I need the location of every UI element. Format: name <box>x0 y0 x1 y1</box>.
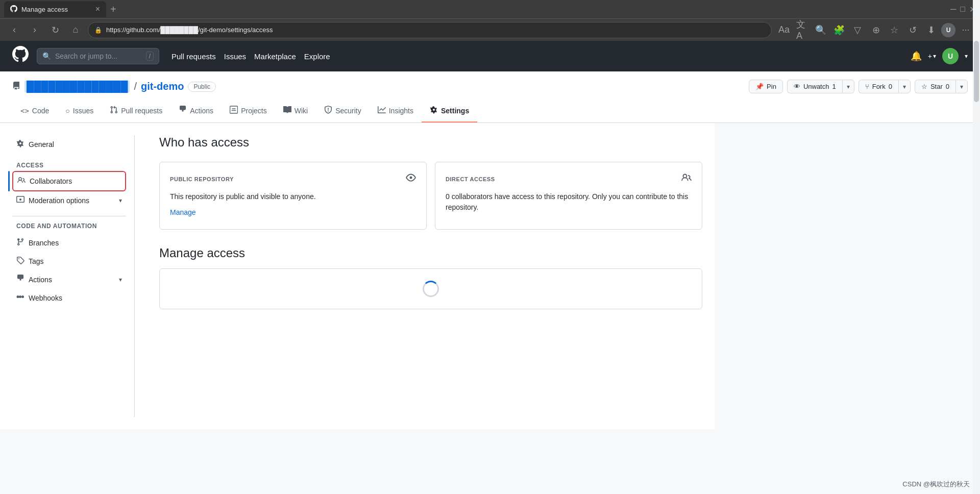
download-button[interactable]: ⬇ <box>923 22 939 38</box>
webhooks-icon <box>16 293 24 303</box>
address-bar[interactable]: 🔒 https://github.com/████████/git-demo/s… <box>88 22 772 38</box>
collaborators-icon <box>17 176 26 186</box>
public-repo-card: PUBLIC REPOSITORY This repository is pub… <box>159 162 427 230</box>
unwatch-main-button[interactable]: 👁 Unwatch 1 <box>787 80 842 93</box>
unwatch-caret-button[interactable]: ▾ <box>842 80 854 93</box>
browser-window: Manage access × + ─ □ ✕ ‹ › ↻ ⌂ 🔒 https:… <box>0 0 980 41</box>
moderation-chevron: ▾ <box>119 197 122 204</box>
actions-sidebar-icon <box>16 275 24 285</box>
reader-view-button[interactable]: Aa <box>776 22 792 38</box>
sidebar-item-moderation[interactable]: Moderation options ▾ <box>12 191 126 210</box>
page-scrollbar[interactable] <box>973 0 980 429</box>
manage-link[interactable]: Manage <box>170 208 196 216</box>
search-placeholder: Search or jump to... <box>55 52 117 60</box>
sidebar-item-tags[interactable]: Tags <box>12 252 126 270</box>
favorites-button[interactable]: ⊕ <box>868 22 884 38</box>
branches-label: Branches <box>29 239 59 247</box>
maximize-button[interactable]: □ <box>960 5 965 14</box>
repo-name[interactable]: git-demo <box>141 81 184 92</box>
tab-title: Manage access <box>21 6 68 13</box>
unwatch-count: 1 <box>832 83 836 90</box>
tags-label: Tags <box>29 257 44 265</box>
sidebar-item-branches[interactable]: Branches <box>12 234 126 252</box>
user-avatar[interactable]: U <box>942 48 959 64</box>
tab-projects[interactable]: Projects <box>222 100 275 122</box>
sidebar-item-webhooks[interactable]: Webhooks <box>12 289 126 307</box>
address-text: https://github.com/████████/git-demo/set… <box>106 26 273 34</box>
tab-security[interactable]: Security <box>316 100 370 122</box>
tags-icon <box>16 256 24 266</box>
tab-pull-requests[interactable]: Pull requests <box>102 100 170 122</box>
new-tab-button[interactable]: + <box>110 4 116 15</box>
sidebar-item-general[interactable]: General <box>12 135 126 154</box>
issues-tab-icon: ○ <box>65 107 69 115</box>
header-right: 🔔 + ▾ U ▾ <box>911 48 968 64</box>
search-bar[interactable]: 🔍 Search or jump to... / <box>37 48 159 64</box>
scrollbar-thumb[interactable] <box>974 41 979 102</box>
access-section-label: Access <box>16 162 126 169</box>
access-cards: PUBLIC REPOSITORY This repository is pub… <box>159 162 702 230</box>
repo-icon <box>12 82 20 92</box>
settings-tab-label: Settings <box>441 107 469 115</box>
minimize-button[interactable]: ─ <box>950 5 956 14</box>
lock-icon: 🔒 <box>94 27 102 34</box>
repo-owner[interactable]: ██████████████ <box>24 81 130 92</box>
fork-button-group: ⑂ Fork 0 ▾ <box>859 80 911 93</box>
webhooks-label: Webhooks <box>29 294 62 302</box>
tab-insights[interactable]: Insights <box>370 100 422 122</box>
repo-public-badge: Public <box>188 82 216 92</box>
notification-bell[interactable]: 🔔 <box>911 51 922 62</box>
eye-icon: 👁 <box>794 83 800 90</box>
collections-button[interactable]: ▽ <box>849 22 866 38</box>
tab-close-button[interactable]: × <box>95 5 100 14</box>
star-main-button[interactable]: ☆ Star 0 <box>915 80 955 93</box>
github-favicon <box>10 5 17 14</box>
avatar-chevron[interactable]: ▾ <box>965 53 968 60</box>
browser-profile[interactable]: U <box>941 23 955 37</box>
pin-label: Pin <box>767 83 776 90</box>
reload-button[interactable]: ↻ <box>47 22 63 38</box>
direct-access-text: 0 collaborators have access to this repo… <box>446 191 692 213</box>
fork-icon: ⑂ <box>865 83 869 90</box>
pull-requests-tab-icon <box>110 106 118 115</box>
direct-access-card-header: DIRECT ACCESS <box>446 172 692 185</box>
back-button[interactable]: ‹ <box>6 22 22 38</box>
wiki-tab-icon <box>283 106 291 115</box>
explore-nav[interactable]: Explore <box>304 52 330 61</box>
sidebar-item-actions[interactable]: Actions ▾ <box>12 270 126 289</box>
tab-issues[interactable]: ○ Issues <box>57 100 102 122</box>
code-automation-label: Code and automation <box>16 223 126 230</box>
tab-settings[interactable]: Settings <box>422 100 477 122</box>
actions-tab-icon <box>179 106 187 115</box>
fork-main-button[interactable]: ⑂ Fork 0 <box>859 80 898 93</box>
create-new-button[interactable]: + ▾ <box>928 52 936 60</box>
general-icon <box>16 139 24 150</box>
eye-card-icon <box>406 172 416 185</box>
browser-titlebar: Manage access × + ─ □ ✕ <box>0 0 980 18</box>
home-button[interactable]: ⌂ <box>67 22 84 38</box>
github-logo[interactable] <box>12 46 29 66</box>
pull-requests-nav[interactable]: Pull requests <box>172 52 216 61</box>
zoom-button[interactable]: 🔍 <box>813 22 829 38</box>
tab-actions[interactable]: Actions <box>170 100 222 122</box>
history-button[interactable]: ↺ <box>904 22 921 38</box>
fork-caret-button[interactable]: ▾ <box>898 80 911 93</box>
favorites-star[interactable]: ☆ <box>886 22 902 38</box>
sidebar-item-collaborators[interactable]: Collaborators <box>12 171 126 191</box>
actions-chevron: ▾ <box>119 276 122 283</box>
issues-nav[interactable]: Issues <box>224 52 246 61</box>
tab-code[interactable]: <> Code <box>12 100 57 122</box>
pin-button[interactable]: 📌 Pin <box>749 80 783 93</box>
forward-button[interactable]: › <box>27 22 43 38</box>
translate-button[interactable]: 文A <box>794 22 811 38</box>
browser-tab[interactable]: Manage access × <box>4 1 106 17</box>
tab-wiki[interactable]: Wiki <box>275 100 316 122</box>
insights-tab-icon <box>378 106 386 115</box>
marketplace-nav[interactable]: Marketplace <box>254 52 296 61</box>
star-caret-button[interactable]: ▾ <box>955 80 968 93</box>
branches-icon <box>16 238 24 248</box>
more-options-button[interactable]: ··· <box>958 22 974 38</box>
extensions-button[interactable]: 🧩 <box>831 22 847 38</box>
main-content: General Access Collaborators Moderation … <box>0 123 715 429</box>
star-label: Star <box>930 83 943 90</box>
